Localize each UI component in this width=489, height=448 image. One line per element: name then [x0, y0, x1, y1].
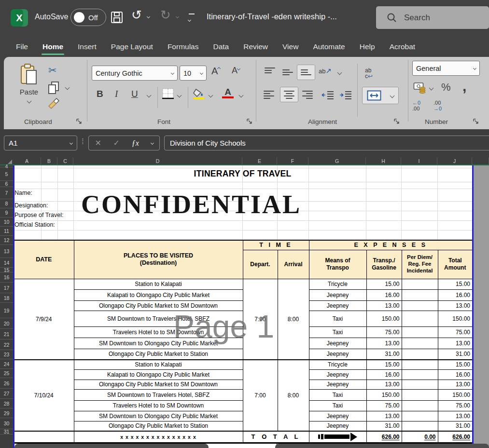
search-box[interactable]: Search: [376, 6, 489, 29]
row-header-13[interactable]: 13: [0, 245, 13, 258]
orientation-button[interactable]: ab↗: [319, 67, 332, 75]
tab-review[interactable]: Review: [236, 39, 275, 55]
cell-arrival-time[interactable]: 8:00: [278, 279, 309, 360]
column-header-B[interactable]: B: [41, 158, 57, 164]
row-header-7[interactable]: 7: [0, 187, 13, 199]
total-arrow-cell[interactable]: [309, 431, 366, 443]
cell-total[interactable]: 15.00: [438, 279, 472, 289]
row-header-17[interactable]: 17: [0, 283, 13, 293]
cell-transp[interactable]: 13.00: [366, 300, 402, 311]
redo-button[interactable]: ↻: [160, 8, 171, 23]
column-header-G[interactable]: G: [308, 158, 366, 164]
cell-transp[interactable]: 31.00: [366, 349, 402, 360]
cell-means[interactable]: Jeepney: [309, 380, 366, 389]
header-total[interactable]: Total Amount: [438, 250, 472, 279]
cell-per-diem[interactable]: [402, 279, 438, 289]
row-header-25[interactable]: 25: [0, 369, 13, 378]
cell-transp[interactable]: 16.00: [366, 369, 402, 380]
copy-button[interactable]: [47, 81, 60, 96]
cell-transp[interactable]: 75.00: [366, 326, 402, 338]
cell-per-diem[interactable]: [402, 389, 438, 400]
font-color-dropdown-icon[interactable]: [239, 93, 244, 98]
row-header-30[interactable]: 30: [0, 418, 13, 429]
undo-button[interactable]: ↺: [131, 8, 142, 23]
cell-transp[interactable]: 16.00: [366, 289, 402, 300]
name-box[interactable]: A1: [4, 136, 77, 150]
font-size-combo[interactable]: 10: [180, 66, 207, 81]
cell-total[interactable]: 16.00: [438, 289, 472, 300]
fx-dropdown-icon[interactable]: [151, 141, 154, 145]
row-header-27[interactable]: 27: [0, 389, 13, 399]
column-header-D[interactable]: D: [73, 158, 242, 164]
cell-total[interactable]: 150.00: [438, 311, 472, 326]
row-header-8[interactable]: 8: [0, 199, 13, 208]
cell-per-diem[interactable]: [402, 400, 438, 411]
shrink-font-button[interactable]: A: [232, 66, 240, 76]
row-header-21[interactable]: 21: [0, 329, 13, 339]
cell-transp[interactable]: 31.00: [366, 421, 402, 431]
cell-transp[interactable]: 13.00: [366, 411, 402, 421]
header-per-diem[interactable]: Per Diem/ Reg. Fee Incidental: [402, 250, 438, 279]
cell-per-diem[interactable]: [402, 380, 438, 389]
top-align-button[interactable]: [265, 68, 275, 75]
cell-destination[interactable]: Station to Kalapati: [74, 279, 243, 289]
borders-dropdown-icon[interactable]: [177, 93, 182, 98]
row-header-19[interactable]: 19: [0, 303, 13, 318]
cell-date[interactable]: 7/9/24: [14, 279, 74, 360]
row-header-16[interactable]: 16: [0, 272, 13, 283]
header-arrival[interactable]: Arrival: [278, 250, 309, 279]
tab-automate[interactable]: Automate: [306, 39, 352, 55]
row-header-14[interactable]: 14: [0, 258, 13, 268]
cell-destination[interactable]: SM Downtown to Olongapo City Public Mark…: [74, 411, 243, 421]
column-header-F[interactable]: F: [277, 158, 308, 164]
undo-dropdown-icon[interactable]: [147, 15, 150, 18]
cell-means[interactable]: Jeepney: [309, 421, 366, 431]
total-row-xmarks[interactable]: x x x x x x x x x x x x x x x: [74, 431, 243, 443]
cell-destination[interactable]: Kalapati to Olongapo City Public Market: [74, 289, 243, 300]
autosave-toggle[interactable]: Off: [70, 9, 106, 26]
column-header-J[interactable]: J: [437, 158, 472, 164]
row-header-24[interactable]: 24: [0, 359, 13, 369]
row-header-5[interactable]: 5: [0, 167, 13, 181]
insert-function-icon[interactable]: ƒx: [132, 139, 139, 148]
row-header-26[interactable]: 26: [0, 378, 13, 389]
cell-transp[interactable]: 13.00: [366, 380, 402, 389]
fill-color-dropdown-icon[interactable]: [209, 93, 213, 98]
cell-total[interactable]: 75.00: [438, 326, 472, 338]
cell-arrival-time[interactable]: 8:00: [278, 360, 309, 431]
row-header-29[interactable]: 29: [0, 408, 13, 418]
cell-transp[interactable]: 150.00: [366, 311, 402, 326]
name-box-dropdown-icon[interactable]: [70, 141, 73, 145]
row-header-6[interactable]: 6: [0, 181, 13, 187]
cell-total[interactable]: 16.00: [438, 369, 472, 380]
header-date[interactable]: DATE: [14, 240, 74, 279]
cell-means[interactable]: Taxi: [309, 311, 366, 326]
underline-dropdown-icon[interactable]: [147, 93, 152, 98]
cell-means[interactable]: Taxi: [309, 400, 366, 411]
cell-per-diem[interactable]: [402, 349, 438, 360]
align-right-button[interactable]: [302, 91, 313, 100]
header-depart[interactable]: Depart.: [243, 250, 278, 279]
cell-destination[interactable]: Travelers Hotel to to SM Downtown: [74, 400, 243, 411]
row-header-9[interactable]: 9: [0, 208, 13, 217]
cell-means[interactable]: Tricycle: [309, 360, 366, 369]
header-transp[interactable]: Transp./ Gasoline: [366, 250, 402, 279]
orientation-dropdown-icon[interactable]: [337, 70, 342, 75]
number-dialog-launcher[interactable]: [473, 119, 479, 124]
formula-input[interactable]: Division of City Schools: [164, 136, 489, 150]
cell-means[interactable]: Jeepney: [309, 338, 366, 349]
column-header-A[interactable]: A: [13, 158, 41, 164]
cell-transp[interactable]: 13.00: [366, 338, 402, 349]
total-per-diem-value[interactable]: 0.00: [402, 431, 438, 443]
info-label-2[interactable]: Purpose of Travel:: [14, 212, 63, 218]
cell-means[interactable]: Jeepney: [309, 349, 366, 360]
percent-style-button[interactable]: %: [441, 81, 451, 94]
bold-button[interactable]: B: [97, 89, 103, 99]
column-header-partial[interactable]: [472, 158, 489, 164]
fill-color-button[interactable]: [192, 88, 206, 102]
cell-means[interactable]: Taxi: [309, 389, 366, 400]
number-format-combo[interactable]: General: [412, 61, 480, 76]
cell-total[interactable]: 13.00: [438, 300, 472, 311]
header-places[interactable]: PLACES TO BE VISITED (Destination): [74, 240, 243, 279]
copy-dropdown-icon[interactable]: [65, 85, 70, 90]
